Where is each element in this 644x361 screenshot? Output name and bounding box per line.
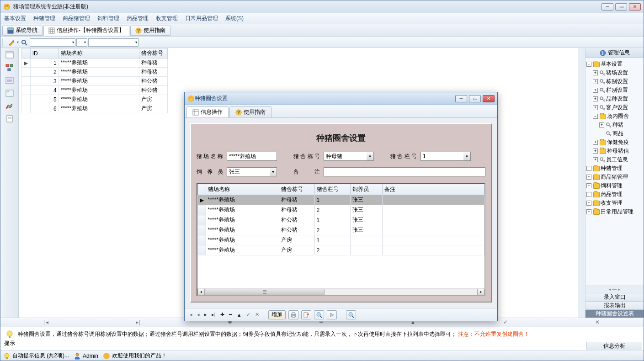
add-button[interactable]: 增加 — [268, 310, 286, 319]
bn-first[interactable]: |◂ — [44, 319, 48, 325]
menu-medicine[interactable]: 药品管理 — [127, 15, 149, 22]
bg-col-bldg[interactable]: 猪舍栋号 — [139, 48, 167, 58]
status-auto[interactable]: 自动提示信息 (共2项)... — [3, 352, 69, 360]
side-tab-table[interactable]: 种猪圈舍设置表 — [585, 309, 644, 318]
select-pen[interactable] — [420, 152, 463, 161]
rail-btn-1[interactable] — [4, 50, 15, 60]
info-analysis-tab[interactable]: 信息分析 — [586, 342, 642, 350]
table-row[interactable]: 4*****养殖场种公猪 — [22, 86, 168, 95]
tree-node[interactable]: 商品 — [586, 129, 643, 138]
nav-edit[interactable]: ▲ — [236, 312, 243, 318]
modal-minimize[interactable]: ─ — [455, 95, 467, 102]
rail-btn-6[interactable] — [4, 114, 15, 124]
modal-tab-info[interactable]: 信息操作 — [186, 106, 229, 117]
menu-basic[interactable]: 基本设置 — [4, 15, 26, 22]
nav-last[interactable]: ▸| — [211, 312, 217, 318]
bn-ok[interactable]: ✓ — [503, 319, 508, 325]
close-button[interactable]: ✕ — [629, 3, 641, 11]
table-row[interactable]: ▶1*****养殖场种母猪 — [22, 58, 168, 68]
menu-feed[interactable]: 饲料管理 — [97, 15, 119, 22]
table-row[interactable]: *****养殖场种母猪2张三 — [198, 205, 484, 215]
filter-dd3[interactable]: ▾ — [88, 38, 138, 47]
modal-grid[interactable]: 猪场名称 猪舍栋号 猪舍栏号 饲养员 备注 ▶*****养殖场种母猪1张三***… — [197, 184, 484, 288]
side-tab-report[interactable]: 报表输出 — [585, 301, 644, 309]
tree-node[interactable]: +药品管理 — [586, 190, 643, 199]
preview-button[interactable] — [314, 310, 324, 319]
modal-hscroll[interactable]: ◂ ▸ — [197, 288, 484, 295]
table-row[interactable]: ▶*****养殖场种母猪1张三 — [198, 195, 484, 205]
nav-prev[interactable]: ◂ — [196, 312, 201, 318]
menu-finance[interactable]: 收支管理 — [156, 15, 178, 22]
tree-node[interactable]: +种母猪信 — [586, 147, 643, 155]
tree-node[interactable]: +种猪管理 — [586, 164, 643, 173]
table-row[interactable]: *****养殖场种公猪2张三 — [198, 225, 484, 235]
tree-node[interactable]: +商品猪管理 — [586, 173, 643, 181]
filter-dd2[interactable]: ▾ — [76, 38, 87, 47]
center-vscroll[interactable] — [578, 48, 585, 318]
table-row[interactable]: 5*****养殖场产房 — [22, 95, 168, 104]
filter-dd1[interactable]: ▾ — [30, 38, 75, 47]
table-row[interactable]: *****养殖场产房1 — [198, 235, 484, 245]
nav-del[interactable]: ━ — [228, 312, 233, 318]
bg-col-ptr[interactable] — [22, 48, 31, 58]
menu-commodity[interactable]: 商品猪管理 — [63, 15, 90, 22]
tree-node[interactable]: +栋别设置 — [586, 77, 643, 86]
tab-system-nav[interactable]: 系统导航 — [2, 26, 43, 36]
status-user[interactable]: Admin — [74, 352, 98, 360]
tree-node[interactable]: +收支管理 — [586, 199, 643, 207]
modal-titlebar[interactable]: 种猪圈舍设置 ─ ▭ ✕ — [185, 92, 497, 105]
rail-btn-2[interactable] — [4, 63, 15, 73]
refresh-button[interactable] — [346, 310, 356, 319]
chevron-down-icon[interactable]: ▼ — [270, 167, 277, 176]
nav-cancel[interactable]: ✕ — [254, 312, 260, 318]
modal-close[interactable]: ✕ — [483, 95, 495, 102]
edit-button[interactable] — [7, 38, 16, 47]
tree-node[interactable]: +猪场设置 — [586, 69, 643, 77]
input-note[interactable] — [324, 167, 485, 176]
menu-breed[interactable]: 种猪管理 — [33, 15, 55, 22]
tree-node[interactable]: −基本设置 — [586, 60, 643, 69]
tree-node[interactable]: +品种设置 — [586, 95, 643, 103]
chevron-down-icon[interactable]: ▼ — [463, 152, 471, 161]
bg-col-name[interactable]: 猪场名称 — [59, 48, 139, 58]
table-row[interactable]: 2*****养殖场种母猪 — [22, 68, 168, 77]
tree-node[interactable]: +员工信息 — [586, 155, 643, 164]
select-keeper[interactable] — [227, 167, 270, 176]
tab-guide[interactable]: ? 使用指南 — [130, 26, 170, 36]
nav-next[interactable]: ▸ — [203, 312, 208, 318]
nav-add[interactable]: ✚ — [219, 312, 225, 318]
tree-node[interactable]: +日常用品管理 — [586, 207, 643, 216]
bn-last[interactable]: ▸| — [136, 319, 140, 325]
tree-node[interactable]: −场内圈舍 — [586, 112, 643, 121]
modal-tab-guide[interactable]: ? 使用指南 — [229, 106, 271, 117]
table-row[interactable]: *****养殖场产房2 — [198, 245, 484, 255]
nav-first[interactable]: |◂ — [187, 312, 193, 318]
maximize-button[interactable]: ▭ — [615, 3, 627, 11]
search-button[interactable] — [20, 38, 29, 47]
print-button[interactable] — [288, 310, 298, 319]
scroll-left[interactable]: ◂ — [197, 289, 205, 295]
tree-node[interactable]: +客户设置 — [586, 103, 643, 112]
input-farm[interactable] — [227, 152, 277, 161]
tree-node[interactable]: +种猪 — [586, 121, 643, 129]
chevron-down-icon[interactable]: ▼ — [367, 152, 374, 161]
export-button[interactable] — [301, 310, 311, 319]
table-row[interactable]: *****养殖场种公猪1张三 — [198, 215, 484, 225]
menu-system[interactable]: 系统(S) — [225, 15, 244, 22]
nav-tree[interactable]: −基本设置+猪场设置+栋别设置+栏别设置+品种设置+客户设置−场内圈舍+种猪商品… — [585, 58, 644, 286]
tree-node[interactable]: +栏别设置 — [586, 86, 643, 95]
bg-col-id[interactable]: ID — [30, 48, 59, 58]
tree-node[interactable]: +饲料管理 — [586, 181, 643, 190]
modal-maximize[interactable]: ▭ — [469, 95, 481, 102]
rail-btn-4[interactable] — [4, 88, 15, 98]
tab-info-op[interactable]: 信息操作-【种猪圈舍设置】 — [43, 26, 129, 36]
tree-node[interactable]: +保健免疫 — [586, 138, 643, 147]
menu-daily[interactable]: 日常用品管理 — [185, 15, 218, 22]
nav-ok[interactable]: ✓ — [245, 312, 251, 318]
select-bldg[interactable] — [324, 152, 367, 161]
play-button[interactable] — [327, 310, 337, 319]
table-row[interactable]: 3*****养殖场种公猪 — [22, 77, 168, 86]
rail-btn-5[interactable] — [4, 101, 15, 111]
side-tab-entry[interactable]: 录入窗口 — [585, 293, 644, 301]
bn-cancel[interactable]: ✕ — [595, 319, 600, 325]
